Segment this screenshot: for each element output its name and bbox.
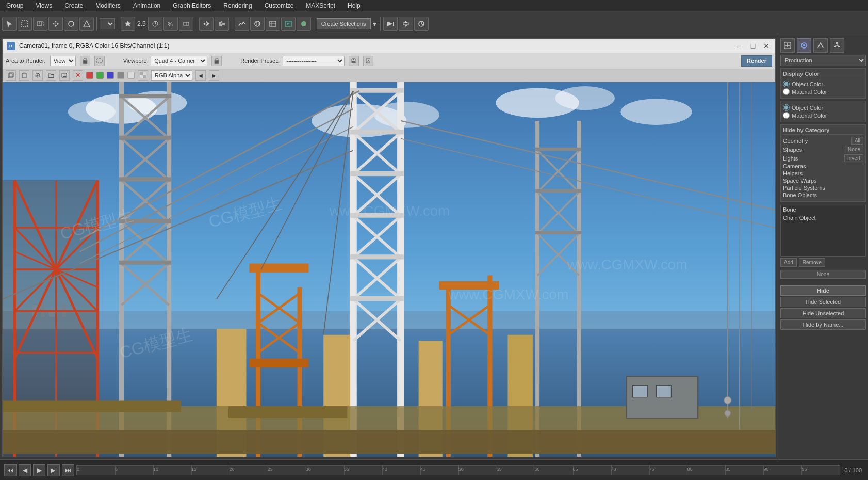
- svg-point-166: [725, 410, 731, 417]
- svg-rect-14: [222, 23, 225, 25]
- clone-btn[interactable]: [32, 70, 43, 81]
- delete-btn[interactable]: ✕: [73, 70, 83, 81]
- svg-marker-29: [404, 21, 407, 23]
- paste-btn[interactable]: [19, 70, 29, 81]
- copy-btn[interactable]: [6, 70, 16, 81]
- area-lock-btn[interactable]: [80, 56, 90, 66]
- graph-editors-btn[interactable]: [235, 17, 249, 31]
- window-crossing-btn[interactable]: [33, 17, 47, 31]
- mirror-btn[interactable]: [199, 17, 214, 31]
- go-end-btn[interactable]: ⏭: [62, 464, 74, 476]
- color-controls-row: ✕ RGB Alpha ◀ ▶: [3, 69, 775, 82]
- menu-create[interactable]: Create: [62, 1, 85, 10]
- activeshade-btn[interactable]: [297, 17, 311, 31]
- production-dropdown[interactable]: Production: [780, 55, 866, 66]
- checkerboard-btn[interactable]: [138, 70, 148, 81]
- invert-btn[interactable]: Invert: [844, 154, 863, 162]
- select-region-btn[interactable]: [18, 17, 32, 31]
- menu-modifiers[interactable]: Modifiers: [93, 1, 123, 10]
- red-channel-btn[interactable]: [86, 72, 93, 79]
- timeline-label-65: 65: [573, 467, 578, 472]
- green-channel-btn[interactable]: [96, 72, 104, 79]
- menu-bar: Group Views Create Modifiers Animation G…: [0, 0, 868, 11]
- object-list-item-bone[interactable]: Bone: [781, 205, 865, 214]
- add-btn[interactable]: Add: [780, 258, 797, 267]
- menu-views[interactable]: Views: [34, 1, 54, 10]
- svg-point-59: [555, 86, 615, 110]
- timeline-track[interactable]: 0510152025303540455055606570758085909510…: [76, 465, 840, 475]
- mono-channel-btn[interactable]: [117, 72, 124, 79]
- blue-channel-btn[interactable]: [107, 72, 114, 79]
- area-region-btn[interactable]: [94, 56, 105, 66]
- svg-rect-28: [403, 23, 408, 25]
- none-list-btn[interactable]: None: [780, 270, 866, 279]
- object-list: Bone Chain Object: [780, 205, 866, 257]
- render-frame-btn[interactable]: [281, 17, 296, 31]
- time-config-btn[interactable]: [414, 17, 429, 31]
- render-button[interactable]: Render: [741, 55, 772, 67]
- reference-coord-dropdown[interactable]: View: [100, 18, 115, 29]
- prev-frame-btn[interactable]: ◀: [19, 464, 31, 476]
- render-setup-btn[interactable]: [266, 17, 280, 31]
- menu-rendering[interactable]: Rendering: [221, 1, 254, 10]
- hide-unselected-btn[interactable]: Hide Unselected: [780, 308, 866, 318]
- remove-btn[interactable]: Remove: [799, 258, 825, 267]
- hierarchy-tab-btn[interactable]: [830, 38, 844, 53]
- hide-by-name-btn[interactable]: Hide by Name...: [780, 319, 866, 330]
- viewport-lock-btn[interactable]: [211, 56, 222, 66]
- save-file-btn[interactable]: [59, 70, 70, 81]
- material-color-radio-1[interactable]: [783, 88, 790, 95]
- rotate-btn[interactable]: [64, 17, 78, 31]
- timeline-label-25: 25: [268, 467, 273, 472]
- create-selection-btn[interactable]: Create Selections: [317, 18, 371, 29]
- snap-toggle-btn[interactable]: [121, 17, 135, 31]
- object-color-radio-2[interactable]: [783, 104, 790, 111]
- spinner-snap-btn[interactable]: [179, 17, 193, 31]
- preset-save-btn[interactable]: [349, 56, 359, 66]
- object-color-radio-1[interactable]: [783, 81, 790, 87]
- move-btn[interactable]: [48, 17, 63, 31]
- material-editor-btn[interactable]: [250, 17, 265, 31]
- display-tab-btn[interactable]: [797, 38, 811, 53]
- next-frame-btn[interactable]: ▶|: [47, 464, 60, 476]
- playback-btn[interactable]: [383, 17, 398, 31]
- close-btn[interactable]: ✕: [762, 41, 771, 51]
- channel-select[interactable]: RGB Alpha: [151, 70, 192, 81]
- object-list-item-chain[interactable]: Chain Object: [781, 214, 865, 222]
- all-btn[interactable]: All: [851, 137, 863, 145]
- menu-help[interactable]: Help: [346, 1, 363, 10]
- percent-snap-btn[interactable]: %: [163, 17, 178, 31]
- motion-tab-btn[interactable]: [813, 38, 828, 53]
- channel-prev-btn[interactable]: ◀: [195, 70, 206, 81]
- none-btn[interactable]: None: [845, 146, 863, 153]
- minimize-btn[interactable]: ─: [735, 41, 744, 51]
- open-file-btn[interactable]: [46, 70, 56, 81]
- select-tool-btn[interactable]: [2, 17, 17, 31]
- menu-group[interactable]: Group: [4, 1, 25, 10]
- watermark-4: www.CGMXW.com: [448, 286, 568, 302]
- menu-maxscript[interactable]: MAXScript: [304, 1, 337, 10]
- area-to-render-select[interactable]: View: [50, 56, 76, 66]
- viewport-select[interactable]: Quad 4 - Camer: [151, 56, 207, 66]
- align-btn[interactable]: [215, 17, 229, 31]
- channel-next-btn[interactable]: ▶: [209, 70, 219, 81]
- render-preset-select[interactable]: ----------------: [283, 56, 345, 66]
- material-color-radio-2[interactable]: [783, 112, 790, 119]
- menu-customize[interactable]: Customize: [263, 1, 296, 10]
- preset-load-btn[interactable]: [363, 56, 373, 66]
- scale-btn[interactable]: [79, 17, 94, 31]
- white-bg-btn[interactable]: [127, 72, 135, 79]
- svg-rect-41: [9, 73, 13, 77]
- key-mode-btn[interactable]: [399, 17, 413, 31]
- restore-btn[interactable]: □: [748, 41, 758, 51]
- menu-animation[interactable]: Animation: [131, 1, 162, 10]
- create-tab-btn[interactable]: [780, 38, 795, 53]
- menu-graph-editors[interactable]: Graph Editors: [171, 1, 213, 10]
- dropdown-arrow[interactable]: ▾: [372, 20, 378, 28]
- production-section: Production: [780, 55, 866, 66]
- angle-snap-btn[interactable]: [148, 17, 162, 31]
- hide-selected-btn[interactable]: Hide Selected: [780, 297, 866, 307]
- go-start-btn[interactable]: ⏮: [4, 464, 17, 476]
- hide-label-btn[interactable]: Hide: [780, 285, 866, 296]
- play-btn[interactable]: ▶: [33, 464, 45, 476]
